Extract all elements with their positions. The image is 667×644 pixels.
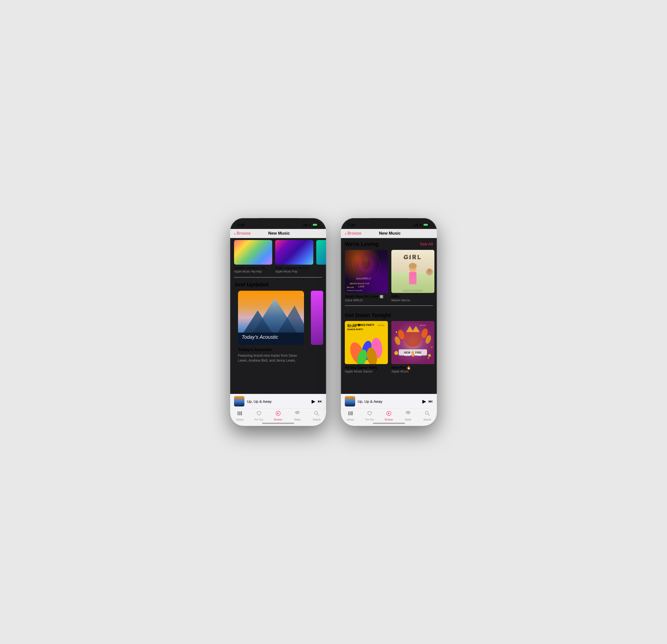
playlist-name-pink: P!NK: Visionary Women <box>275 266 313 270</box>
nav-bar-2: ‹ Browse New Music <box>341 229 437 238</box>
playlist-card-c[interactable] <box>316 240 326 273</box>
playlist-art-new-fire: ♪ MUSIC <box>391 321 435 364</box>
svg-text:★: ★ <box>431 346 433 349</box>
svg-rect-8 <box>239 412 240 415</box>
content-area-1: Cardi B: Visionary Wo... Apple Music Hip… <box>230 238 326 394</box>
svg-rect-14 <box>345 250 388 293</box>
nav-title-1: New Music <box>250 231 307 236</box>
tab-label-search-1: Search <box>313 418 321 421</box>
svg-point-19 <box>353 251 380 278</box>
for-you-icon-1 <box>256 410 262 418</box>
playlist-art-cardi <box>234 240 272 264</box>
svg-point-30 <box>409 263 417 269</box>
now-playing-bar-2[interactable]: Up, Up & Away ▶ ⏭ <box>341 394 437 408</box>
phone-1-screen: 7:25 ▲ <box>230 218 326 426</box>
signal-icon-1 <box>303 223 307 226</box>
svg-rect-60 <box>351 412 353 415</box>
phone-2-screen: 7:25 ▲ <box>341 218 437 426</box>
tab-label-browse-1: Browse <box>274 418 282 421</box>
back-label-2: Browse <box>347 231 361 236</box>
library-icon-2 <box>348 410 353 418</box>
tab-for-you-1[interactable]: For You <box>251 410 266 421</box>
tab-radio-2[interactable]: Radio <box>401 410 416 421</box>
tab-search-1[interactable]: Search <box>309 410 324 421</box>
death-race-gradient: 999 LIFE PARENTAL ADVISORY JuiceWRLD DEA… <box>345 250 388 293</box>
svg-line-13 <box>317 414 319 416</box>
svg-rect-59 <box>350 412 351 415</box>
svg-point-17 <box>362 257 371 270</box>
playlist-card-cardi[interactable]: Cardi B: Visionary Wo... Apple Music Hip… <box>234 240 272 273</box>
tab-browse-1[interactable]: Browse <box>271 410 286 421</box>
album-card-death-race[interactable]: 999 LIFE PARENTAL ADVISORY JuiceWRLD DEA… <box>345 250 388 302</box>
svg-point-16 <box>359 257 374 272</box>
divider-1 <box>234 277 322 277</box>
svg-text:♪ MUSIC: ♪ MUSIC <box>419 324 426 326</box>
phones-container: 7:25 ▲ <box>230 218 437 426</box>
playlist-cards-row-1: Cardi B: Visionary Wo... Apple Music Hip… <box>230 238 326 275</box>
tab-search-2[interactable]: Search <box>420 410 435 421</box>
playlist-sub-all-day: Apple Music Dance <box>345 370 388 373</box>
get-down-header: Get Down Tonight <box>341 309 437 321</box>
svg-line-64 <box>428 414 430 416</box>
back-button-2[interactable]: ‹ Browse <box>345 231 361 236</box>
playlist-sub-cardi: Apple Music Hip-Hop <box>234 270 272 273</box>
playlist-card-all-day[interactable]: ALL DAY DANCE PARTY ♪ MUSIC <box>345 321 388 373</box>
tab-label-radio-2: Radio <box>405 418 411 421</box>
svg-rect-7 <box>238 412 239 415</box>
all-day-gradient: ALL DAY DANCE PARTY ♪ MUSIC <box>345 321 388 364</box>
notch-2 <box>369 218 409 225</box>
album-title-death-race: Death Race for Love E <box>345 294 388 299</box>
nav-bar-1: ‹ Browse New Music <box>230 229 326 238</box>
play-button-2[interactable]: ▶ <box>422 398 426 404</box>
notch <box>258 218 298 225</box>
fast-forward-button-2[interactable]: ⏭ <box>428 399 433 404</box>
tab-library-1[interactable]: Library <box>232 410 247 421</box>
phone-1: 7:25 ▲ <box>230 218 326 426</box>
time-display-1: 7:25 <box>237 223 244 227</box>
album-card-girl[interactable]: GIRL MAREN MORRIS <box>391 250 435 302</box>
just-updated-main-card[interactable]: ♪ MUSIC Today's Acoustic Today's Acousti… <box>234 291 308 365</box>
just-updated-side-card <box>311 291 323 345</box>
tab-for-you-2[interactable]: For You <box>362 410 377 421</box>
now-playing-bar-1[interactable]: Up, Up & Away ▶ ⏭ <box>230 394 326 408</box>
were-loving-header: We're Loving See All <box>341 238 437 250</box>
playlist-name-new-fire: New Fire 🔥 <box>391 366 435 370</box>
svg-text:✦: ✦ <box>395 330 398 334</box>
chevron-left-icon-2: ‹ <box>345 231 346 236</box>
svg-text:♪ MUSIC: ♪ MUSIC <box>377 324 385 326</box>
playlist-card-new-fire[interactable]: ♪ MUSIC <box>391 321 435 373</box>
svg-rect-58 <box>348 412 349 415</box>
playlist-sub-new-fire: Apple Music <box>391 370 435 373</box>
girl-artwork: GIRL MAREN MORRIS <box>391 250 435 293</box>
playlist-sub-pink: Apple Music Pop <box>275 270 313 273</box>
tab-label-for-you-2: For You <box>365 418 374 421</box>
svg-point-45 <box>404 329 421 347</box>
svg-text:ALL DAY: ALL DAY <box>347 325 357 328</box>
status-icons-2: ▲ <box>413 223 430 226</box>
nav-title-2: New Music <box>361 231 418 236</box>
home-indicator-2 <box>373 423 405 424</box>
playlist-card-pink[interactable]: P!NK: Visionary Women Apple Music Pop <box>275 240 313 273</box>
fast-forward-button-1[interactable]: ⏭ <box>318 399 322 404</box>
girl-gradient: GIRL MAREN MORRIS <box>391 250 435 293</box>
just-updated-title: Just Updated <box>230 279 326 291</box>
svg-point-15 <box>354 252 378 277</box>
svg-text:Today's Acoustic: Today's Acoustic <box>242 334 278 340</box>
tab-library-2[interactable]: Library <box>343 410 358 421</box>
mountain-artwork: ♪ MUSIC Today's Acoustic <box>238 291 304 345</box>
svg-point-62 <box>407 413 409 414</box>
play-button-1[interactable]: ▶ <box>312 398 315 404</box>
new-fire-gradient: ♪ MUSIC <box>391 321 435 364</box>
phone-2: 7:25 ▲ <box>341 218 437 426</box>
playlist-art-all-day: ALL DAY DANCE PARTY ♪ MUSIC <box>345 321 388 364</box>
see-all-button[interactable]: See All <box>420 242 433 247</box>
svg-rect-29 <box>409 272 417 284</box>
tab-label-browse-2: Browse <box>385 418 393 421</box>
playlist-name-all-day: All Day Dance Party <box>345 366 388 370</box>
tab-radio-1[interactable]: Radio <box>290 410 305 421</box>
content-area-2: We're Loving See All <box>341 238 437 394</box>
back-button-1[interactable]: ‹ Browse <box>234 231 250 236</box>
tab-label-library-2: Library <box>347 418 354 421</box>
svg-point-33 <box>427 269 432 273</box>
tab-browse-2[interactable]: Browse <box>381 410 396 421</box>
